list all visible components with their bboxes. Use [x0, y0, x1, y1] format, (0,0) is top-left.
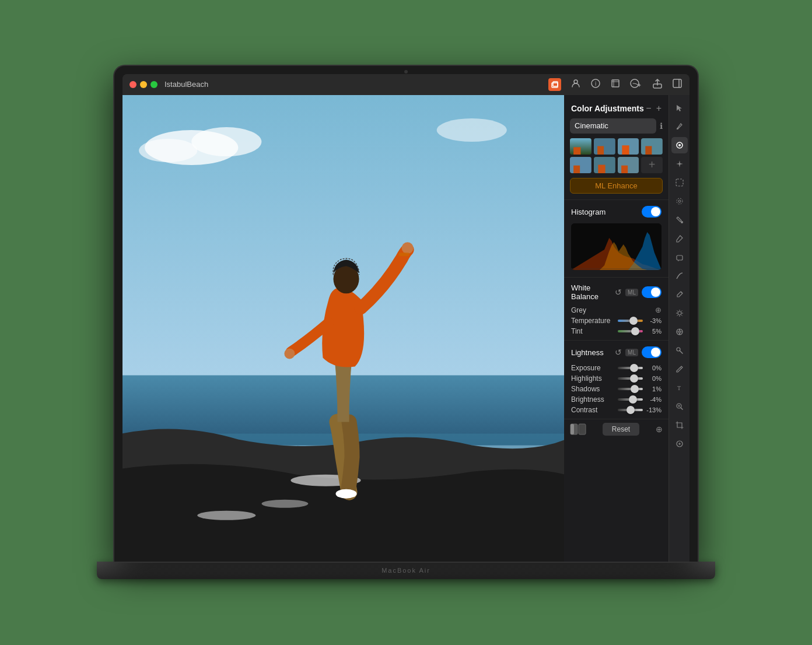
brightness-value: -4% [643, 396, 662, 403]
brightness-thumb[interactable] [629, 395, 637, 404]
svg-rect-5 [612, 80, 619, 87]
contrast-slider[interactable] [618, 409, 643, 411]
compare-icon[interactable] [570, 423, 586, 435]
text-tool[interactable]: T [671, 380, 688, 396]
crop-tool[interactable] [671, 417, 688, 433]
eyedropper-icon[interactable]: ⊕ [655, 306, 662, 314]
preset-thumb-3[interactable] [618, 138, 639, 155]
brightness-tool[interactable] [671, 305, 688, 321]
preset-dropdown[interactable]: Cinematic [570, 118, 656, 134]
preset-thumb-7[interactable] [618, 157, 639, 173]
lightness-toggle[interactable] [642, 346, 662, 358]
temperature-slider[interactable] [618, 320, 643, 322]
sphere-tool[interactable] [671, 324, 688, 340]
tint-label: Tint [571, 327, 618, 335]
share-icon[interactable] [652, 78, 663, 91]
svg-rect-36 [598, 164, 605, 173]
minus-circle-icon[interactable]: − [646, 103, 651, 114]
preset-thumb-6[interactable] [594, 157, 615, 173]
info-icon[interactable]: i [590, 78, 601, 91]
smart-select-tool[interactable] [671, 193, 688, 209]
paint-bucket-tool[interactable] [671, 212, 688, 228]
minimize-button[interactable] [140, 81, 147, 88]
white-balance-reset-icon[interactable]: ↺ [615, 288, 622, 297]
tint-row: Tint 5% [571, 327, 662, 335]
highlights-thumb[interactable] [630, 374, 638, 383]
svg-text:i: i [595, 80, 596, 87]
preset-grid: + [564, 138, 668, 178]
ml-enhance-button[interactable]: ML Enhance [570, 178, 663, 194]
preset-info-icon[interactable]: ℹ [660, 121, 663, 131]
exposure-thumb[interactable] [630, 364, 638, 372]
panel-title: Color Adjustments [571, 104, 644, 113]
grey-label: Grey ⊕ [571, 306, 662, 314]
brightness-slider[interactable] [618, 398, 643, 401]
sparkle-tool[interactable] [671, 156, 688, 172]
pencil-tool[interactable] [671, 361, 688, 377]
brush-tool[interactable] [671, 118, 688, 135]
lightness-header: Lightness ↺ ML [571, 343, 662, 362]
zoom-tool[interactable] [671, 398, 688, 415]
right-panel: Color Adjustments − + Cinematic ℹ [564, 95, 690, 562]
tint-slider[interactable] [618, 330, 643, 332]
svg-rect-51 [677, 255, 682, 260]
svg-rect-37 [618, 157, 639, 173]
pen-tool[interactable] [671, 230, 688, 247]
svg-rect-1 [553, 82, 558, 86]
svg-rect-27 [594, 138, 615, 155]
arrow-tool[interactable] [671, 100, 688, 116]
histogram-label: Histogram [571, 208, 606, 216]
white-balance-toggle[interactable] [642, 286, 662, 298]
ellipsis-icon[interactable] [630, 78, 643, 91]
svg-point-52 [681, 292, 682, 293]
photo-stack-icon[interactable] [548, 78, 561, 91]
reset-button[interactable]: Reset [603, 423, 639, 436]
temperature-label: Temperature [571, 317, 618, 325]
tint-thumb[interactable] [631, 327, 639, 335]
brightness-label: Brightness [571, 395, 618, 404]
fullscreen-button[interactable] [150, 81, 158, 88]
crop-icon[interactable] [610, 78, 621, 91]
highlights-slider[interactable] [618, 377, 643, 380]
sidebar-icon[interactable] [672, 78, 682, 91]
histogram-toggle[interactable] [642, 206, 662, 218]
preset-thumb-4[interactable] [641, 138, 663, 155]
bottom-bar: Reset ⊕ [564, 419, 668, 439]
curves-tool[interactable] [671, 268, 688, 284]
preset-add-button[interactable]: + [641, 157, 663, 173]
temperature-value: -3% [643, 317, 662, 324]
svg-point-12 [191, 127, 261, 156]
shadows-label: Shadows [571, 385, 618, 393]
color-tool[interactable] [671, 137, 688, 153]
more-options-icon[interactable]: ⊕ [656, 425, 663, 434]
shadows-row: Shadows 1% [571, 385, 662, 393]
temperature-thumb[interactable] [629, 317, 638, 325]
lightness-reset-icon[interactable]: ↺ [615, 348, 622, 357]
svg-rect-30 [622, 145, 629, 155]
titlebar: IstabulBeach [123, 74, 690, 95]
shadows-slider[interactable] [618, 388, 643, 390]
eyedropper-tool[interactable] [671, 286, 688, 303]
photo-area [123, 95, 564, 562]
preset-thumb-5[interactable] [570, 157, 592, 173]
preset-thumb-2[interactable] [594, 138, 615, 155]
histogram-header: Histogram [571, 202, 662, 221]
preset-thumb-1[interactable] [570, 138, 592, 155]
selection-tool[interactable] [671, 174, 688, 191]
toolbar-icons: i [548, 78, 682, 91]
plus-circle-icon[interactable]: + [656, 103, 662, 114]
person-icon[interactable] [570, 78, 581, 91]
shadows-thumb[interactable] [631, 385, 639, 393]
more-tool[interactable] [671, 436, 688, 452]
photo-canvas [123, 95, 564, 562]
svg-point-44 [677, 128, 678, 129]
exposure-row: Exposure 0% [571, 364, 662, 372]
highlights-value: 0% [643, 375, 662, 382]
clone-tool[interactable] [671, 342, 688, 359]
contrast-thumb[interactable] [626, 406, 635, 414]
svg-point-48 [677, 198, 682, 204]
eraser-tool[interactable] [671, 249, 688, 265]
exposure-slider[interactable] [618, 367, 643, 369]
close-button[interactable] [130, 81, 136, 88]
white-balance-header: White Balance ↺ ML [571, 280, 662, 304]
